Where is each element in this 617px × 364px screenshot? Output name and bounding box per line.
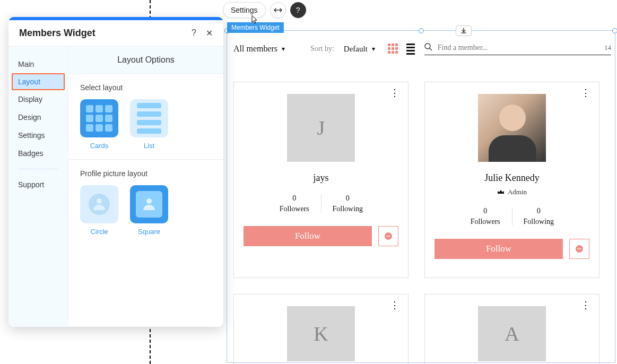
help-icon: ?: [296, 6, 300, 14]
widget-selection-frame[interactable]: [227, 30, 615, 363]
sidebar-item-badges[interactable]: Badges: [8, 144, 68, 162]
stretch-icon: [274, 7, 282, 13]
panel-header: Members Widget ? ✕: [8, 20, 223, 47]
panel-title: Members Widget: [19, 28, 95, 39]
cards-icon: [80, 99, 118, 137]
panel-help-icon[interactable]: ?: [192, 28, 196, 38]
sidebar-item-support[interactable]: Support: [8, 176, 68, 194]
profile-picture-label: Profile picture layout: [80, 169, 212, 178]
profile-square-label: Square: [138, 228, 160, 236]
layout-option-cards[interactable]: Cards: [80, 99, 118, 150]
profile-option-circle[interactable]: Circle: [80, 185, 118, 236]
settings-button[interactable]: Settings: [223, 2, 266, 18]
sidebar-item-layout[interactable]: Layout: [12, 73, 65, 90]
settings-panel: Members Widget ? ✕ Main Layout Display D…: [8, 17, 223, 327]
sidebar-item-main[interactable]: Main: [8, 55, 68, 73]
download-button[interactable]: [456, 25, 472, 36]
panel-sidebar: Main Layout Display Design Settings Badg…: [8, 47, 68, 327]
panel-close-icon[interactable]: ✕: [206, 28, 213, 38]
layout-list-label: List: [144, 142, 154, 150]
resize-handle[interactable]: [419, 28, 424, 33]
stretch-button[interactable]: [270, 2, 286, 18]
layout-option-list[interactable]: List: [130, 99, 168, 150]
circle-icon: [80, 185, 118, 223]
select-layout-section: Select layout Cards List: [68, 74, 223, 160]
square-icon: [130, 185, 168, 223]
profile-picture-section: Profile picture layout Circle Square: [68, 160, 223, 245]
select-layout-label: Select layout: [80, 83, 212, 92]
layout-cards-label: Cards: [90, 142, 109, 150]
content-tab-header: Layout Options: [68, 47, 223, 74]
profile-option-square[interactable]: Square: [130, 185, 168, 236]
sidebar-item-settings[interactable]: Settings: [8, 126, 68, 144]
cursor-pointer-icon: [249, 15, 258, 28]
list-icon: [130, 99, 168, 137]
widget-top-toolbar: Settings ?: [223, 2, 306, 18]
sidebar-item-display[interactable]: Display: [8, 90, 68, 108]
download-icon: [460, 28, 467, 34]
panel-content: Layout Options Select layout Cards Li: [68, 47, 223, 327]
sidebar-item-design[interactable]: Design: [8, 108, 68, 126]
help-button[interactable]: ?: [290, 2, 306, 18]
profile-circle-label: Circle: [90, 228, 108, 236]
sidebar-divider: [18, 169, 58, 169]
resize-handle[interactable]: [612, 28, 617, 33]
